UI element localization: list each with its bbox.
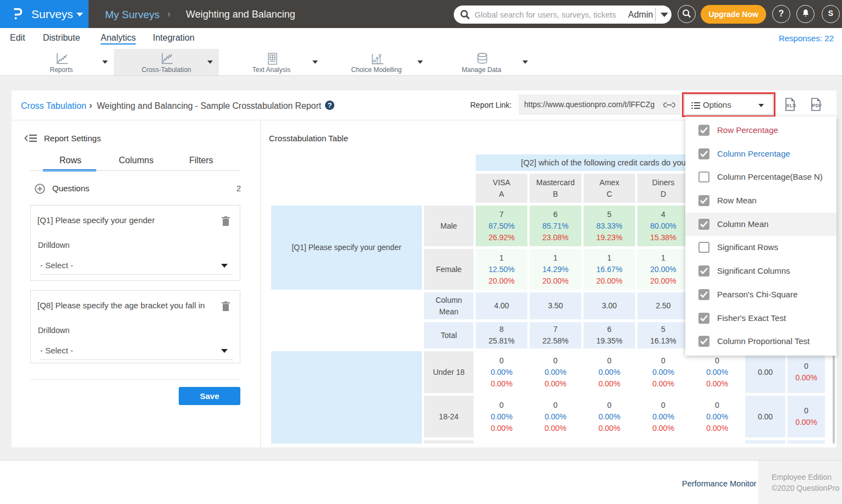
svg-text:XLS: XLS: [786, 103, 796, 108]
svg-text:PDF: PDF: [812, 103, 822, 108]
